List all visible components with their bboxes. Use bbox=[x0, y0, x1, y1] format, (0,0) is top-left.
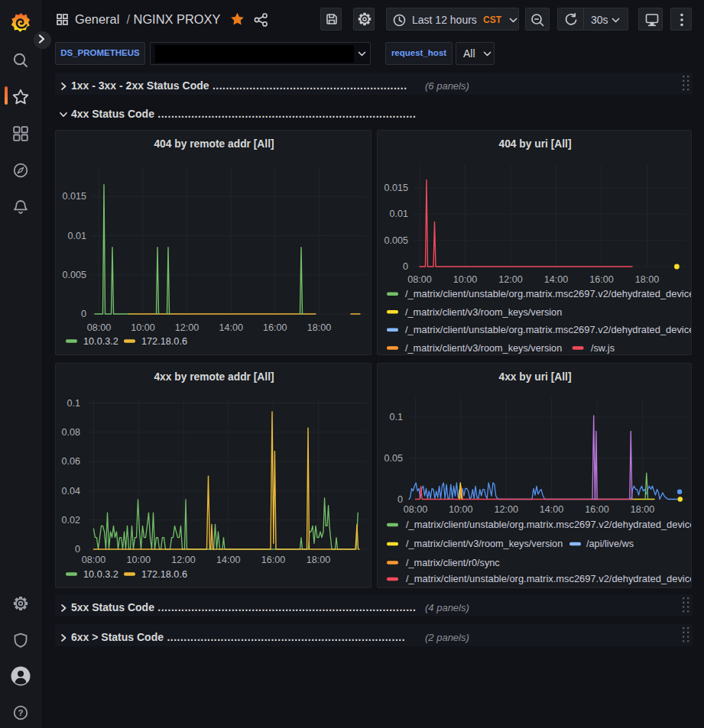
svg-text:0: 0 bbox=[403, 261, 408, 272]
svg-text:12:00: 12:00 bbox=[175, 322, 200, 333]
svg-text:/sw.js: /sw.js bbox=[591, 343, 615, 354]
svg-text:18:00: 18:00 bbox=[635, 274, 660, 285]
svg-text:14:00: 14:00 bbox=[540, 504, 564, 515]
svg-text:4xx by remote addr [All]: 4xx by remote addr [All] bbox=[154, 371, 274, 383]
svg-text:14:00: 14:00 bbox=[219, 322, 243, 333]
svg-text:10.0.3.2: 10.0.3.2 bbox=[83, 336, 118, 347]
svg-text:0.01: 0.01 bbox=[67, 231, 86, 241]
svg-text:14:00: 14:00 bbox=[544, 274, 569, 285]
svg-text:0: 0 bbox=[81, 309, 86, 319]
svg-text:0.1: 0.1 bbox=[67, 398, 80, 409]
svg-text:/_matrix/client/v3/room_keys/v: /_matrix/client/v3/room_keys/version bbox=[405, 343, 562, 354]
svg-text:0.05: 0.05 bbox=[384, 453, 403, 464]
svg-text:16:00: 16:00 bbox=[585, 504, 609, 515]
svg-text:/_matrix/client/v3/room_keys/v: /_matrix/client/v3/room_keys/version bbox=[406, 539, 563, 549]
svg-text:0.015: 0.015 bbox=[62, 191, 86, 202]
svg-text:/_matrix/client/unstable/org.m: /_matrix/client/unstable/org.matrix.msc2… bbox=[405, 288, 692, 299]
svg-text:18:00: 18:00 bbox=[307, 322, 332, 333]
svg-text:172.18.0.6: 172.18.0.6 bbox=[141, 569, 187, 580]
svg-text:0.06: 0.06 bbox=[61, 456, 80, 467]
svg-text:16:00: 16:00 bbox=[589, 274, 614, 285]
svg-text:18:00: 18:00 bbox=[631, 504, 655, 515]
svg-text:16:00: 16:00 bbox=[263, 322, 287, 333]
svg-text:14:00: 14:00 bbox=[216, 555, 241, 565]
svg-text:10:00: 10:00 bbox=[131, 322, 155, 333]
svg-text:0.1: 0.1 bbox=[389, 412, 403, 422]
svg-text:/_matrix/client/unstable/org.m: /_matrix/client/unstable/org.matrix.msc2… bbox=[406, 573, 692, 584]
svg-text:0.01: 0.01 bbox=[389, 209, 408, 219]
svg-text:404 by remote addr [All]: 404 by remote addr [All] bbox=[154, 138, 274, 150]
svg-text:12:00: 12:00 bbox=[494, 504, 518, 515]
svg-text:18:00: 18:00 bbox=[307, 555, 331, 565]
svg-text:0.04: 0.04 bbox=[61, 486, 80, 497]
svg-text:4xx by uri [All]: 4xx by uri [All] bbox=[498, 371, 571, 383]
svg-text:10:00: 10:00 bbox=[126, 555, 151, 565]
svg-text:10:00: 10:00 bbox=[453, 274, 478, 285]
svg-text:0.005: 0.005 bbox=[384, 235, 408, 246]
svg-text:10:00: 10:00 bbox=[449, 504, 473, 515]
svg-text:/_matrix/client/unstable/org.m: /_matrix/client/unstable/org.matrix.msc2… bbox=[405, 324, 692, 335]
svg-text:12:00: 12:00 bbox=[498, 274, 523, 285]
svg-text:/_matrix/client/unstable/org.m: /_matrix/client/unstable/org.matrix.msc2… bbox=[406, 519, 692, 530]
svg-text:0: 0 bbox=[75, 544, 80, 555]
svg-text:/_matrix/client/v3/room_keys/v: /_matrix/client/v3/room_keys/version bbox=[405, 307, 562, 318]
svg-text:08:00: 08:00 bbox=[407, 274, 432, 285]
svg-text:?: ? bbox=[18, 708, 23, 717]
svg-text:0.02: 0.02 bbox=[61, 515, 80, 526]
svg-text:/api/live/ws: /api/live/ws bbox=[586, 539, 634, 549]
svg-text:08:00: 08:00 bbox=[404, 504, 428, 515]
svg-text:404 by uri [All]: 404 by uri [All] bbox=[498, 138, 571, 150]
svg-text:08:00: 08:00 bbox=[87, 322, 112, 333]
svg-text:172.18.0.6: 172.18.0.6 bbox=[141, 336, 187, 347]
svg-text:16:00: 16:00 bbox=[261, 555, 286, 565]
svg-text:0.005: 0.005 bbox=[62, 270, 86, 280]
svg-text:12:00: 12:00 bbox=[171, 555, 196, 565]
svg-text:0: 0 bbox=[397, 494, 403, 505]
svg-text:10.0.3.2: 10.0.3.2 bbox=[83, 569, 118, 580]
svg-text:08:00: 08:00 bbox=[82, 555, 106, 565]
svg-text:0.08: 0.08 bbox=[61, 427, 80, 438]
svg-text:0.015: 0.015 bbox=[384, 183, 408, 193]
svg-text:/_matrix/client/r0/sync: /_matrix/client/r0/sync bbox=[406, 558, 500, 568]
